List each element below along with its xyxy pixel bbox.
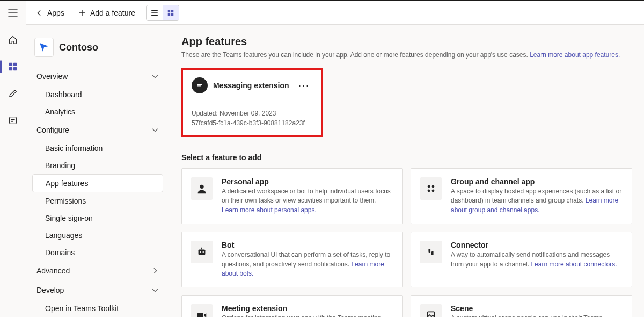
main-content: App features These are the Teams feature…	[170, 25, 644, 317]
add-feature-button[interactable]: Add a feature	[75, 6, 138, 19]
feature-card-desc: A dedicated workspace or bot to help ind…	[222, 187, 394, 215]
page-subtitle: These are the Teams features you can inc…	[181, 51, 632, 59]
feature-card-desc: A custom virtual scene people can use in…	[451, 314, 623, 317]
rail-apps[interactable]	[0, 58, 26, 75]
chevron-down-icon	[151, 267, 159, 275]
grid-view-button[interactable]	[163, 5, 179, 20]
feature-card-link[interactable]: Learn more about personal apps.	[222, 206, 317, 214]
svg-point-13	[428, 185, 430, 188]
feature-card-bot[interactable]: BotA conversational UI that can perform …	[181, 232, 403, 287]
feature-card-personal-app[interactable]: Personal appA dedicated workspace or bot…	[181, 168, 403, 224]
feature-card-title: Meeting extension	[222, 304, 394, 313]
nav-item-analytics[interactable]: Analytics	[32, 103, 163, 120]
existing-id: 57fcafd5-fc1a-439c-b3f3-90881182a23f	[192, 118, 313, 128]
video-icon	[191, 304, 213, 317]
svg-rect-10	[171, 13, 173, 15]
feature-card-scene[interactable]: SceneA custom virtual scene people can u…	[411, 295, 632, 317]
person-icon	[191, 177, 213, 200]
feature-card-group-and-channel-app[interactable]: Group and channel appA space to display …	[411, 168, 632, 224]
nav-item-single-sign-on[interactable]: Single sign-on	[32, 210, 163, 227]
brand-logo	[34, 38, 54, 57]
view-toggle	[146, 5, 179, 21]
svg-point-12	[200, 185, 203, 189]
sidebar: Contoso OverviewDashboardAnalyticsConfig…	[26, 25, 170, 317]
nav-item-languages[interactable]: Languages	[32, 227, 163, 244]
feature-card-title: Group and channel app	[451, 177, 623, 186]
feature-card-title: Scene	[451, 304, 623, 313]
list-view-button[interactable]	[147, 5, 163, 20]
hamburger-icon[interactable]	[0, 4, 26, 21]
existing-feature-card[interactable]: Messaging extension ··· Updated: Novembe…	[181, 68, 323, 137]
rail-edit[interactable]	[0, 85, 26, 102]
nav-item-basic-information[interactable]: Basic information	[32, 140, 163, 157]
feature-card-connector[interactable]: ConnectorA way to automatically send not…	[411, 232, 632, 287]
svg-rect-0	[9, 63, 12, 66]
existing-updated: Updated: November 09, 2023	[192, 109, 313, 118]
more-icon[interactable]: ···	[295, 80, 313, 92]
brand-header: Contoso	[32, 35, 163, 67]
chevron-down-icon	[151, 73, 159, 80]
grid4-icon	[420, 177, 442, 200]
rail-home[interactable]	[0, 31, 26, 48]
feature-card-desc: A conversational UI that can perform a s…	[222, 250, 394, 278]
svg-rect-20	[201, 248, 202, 250]
nav-section-advanced[interactable]: Advanced	[32, 261, 163, 280]
select-feature-heading: Select a feature to add	[181, 153, 632, 162]
existing-feature-title: Messaging extension	[213, 81, 295, 90]
feature-card-title: Bot	[222, 241, 394, 249]
svg-rect-7	[168, 10, 170, 12]
brand-name: Contoso	[59, 42, 98, 53]
scene-icon	[420, 304, 442, 317]
feature-card-desc: A space to display hosted app experience…	[451, 187, 623, 215]
toolbar: Apps Add a feature	[26, 1, 644, 25]
bot-icon	[191, 241, 213, 263]
svg-point-18	[200, 251, 201, 253]
svg-rect-5	[11, 119, 14, 120]
nav-item-app-features[interactable]: App features	[32, 174, 163, 192]
nav-section-overview[interactable]: Overview	[32, 67, 163, 86]
svg-point-16	[432, 190, 435, 192]
feature-card-link[interactable]: Learn more about connectors.	[531, 261, 617, 268]
svg-rect-2	[9, 67, 12, 70]
nav-section-label: Develop	[36, 286, 64, 294]
nav-section-label: Advanced	[36, 266, 70, 275]
left-icon-rail	[0, 1, 26, 317]
add-feature-label: Add a feature	[90, 9, 135, 17]
nav-section-label: Configure	[36, 126, 69, 134]
page-title: App features	[181, 35, 632, 48]
rail-cards[interactable]	[0, 112, 26, 129]
svg-point-14	[432, 185, 435, 188]
chevron-down-icon	[151, 286, 159, 294]
nav-item-domains[interactable]: Domains	[32, 244, 163, 261]
feature-card-desc: Options for integrating your app with th…	[222, 314, 394, 317]
back-button[interactable]: Apps	[32, 6, 68, 19]
nav-section-configure[interactable]: Configure	[32, 120, 163, 140]
feature-card-meeting-extension[interactable]: Meeting extensionOptions for integrating…	[181, 295, 403, 317]
svg-point-19	[202, 251, 204, 253]
svg-rect-1	[13, 63, 17, 66]
nav-item-permissions[interactable]: Permissions	[32, 192, 163, 210]
svg-rect-6	[11, 121, 13, 122]
feature-card-title: Personal app	[222, 177, 394, 186]
feature-card-desc: A way to automatically send notification…	[451, 250, 623, 269]
feature-card-title: Connector	[451, 241, 623, 249]
feature-card-grid: Personal appA dedicated workspace or bot…	[181, 168, 632, 317]
svg-rect-4	[10, 117, 17, 124]
svg-rect-3	[13, 67, 17, 70]
connector-icon	[420, 241, 442, 263]
chat-icon	[192, 77, 208, 93]
svg-rect-8	[171, 10, 173, 12]
page-subtitle-text: These are the Teams features you can inc…	[181, 51, 528, 59]
nav-section-develop[interactable]: Develop	[32, 280, 163, 300]
page-subtitle-link[interactable]: Learn more about app features.	[530, 51, 620, 59]
nav-item-branding[interactable]: Branding	[32, 157, 163, 174]
svg-point-11	[196, 82, 203, 89]
nav-item-open-in-teams-toolkit[interactable]: Open in Teams Toolkit	[32, 300, 163, 317]
svg-point-15	[428, 190, 430, 192]
svg-rect-9	[168, 13, 170, 15]
nav-section-label: Overview	[36, 72, 68, 81]
breadcrumb-label: Apps	[47, 9, 64, 17]
nav-item-dashboard[interactable]: Dashboard	[32, 86, 163, 103]
svg-rect-17	[199, 250, 206, 255]
svg-rect-21	[197, 313, 203, 317]
